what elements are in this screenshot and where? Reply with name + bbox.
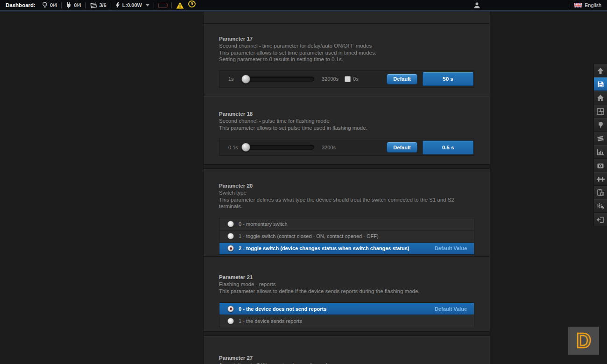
radio-icon[interactable] xyxy=(227,233,234,239)
option-label: 1 - the device sends reports xyxy=(239,318,302,324)
blinds-status[interactable]: 3/6 xyxy=(90,2,106,8)
dashboard-title: Dashboard: xyxy=(6,2,35,8)
parameter-17-value[interactable]: 50 s xyxy=(423,72,473,86)
parameter-title: Parameter 17 xyxy=(219,35,474,42)
option-sends-reports[interactable]: 1 - the device sends reports xyxy=(219,315,474,327)
option-momentary-switch[interactable]: 0 - momentary switch xyxy=(219,218,474,230)
separator xyxy=(85,2,86,8)
parameter-description: Setting parameter to 0 results in settin… xyxy=(219,56,474,63)
scroll-top-button[interactable] xyxy=(594,64,607,77)
parameter-17-slider[interactable] xyxy=(242,77,314,82)
chevron-down-icon xyxy=(146,4,149,7)
parameter-18-slider-row: 0.1s 3200s Default 0.5 s xyxy=(219,139,474,156)
radio-icon[interactable] xyxy=(227,318,234,324)
zero-seconds-group: 0s xyxy=(345,76,359,82)
separator xyxy=(171,2,172,8)
option-label: 2 - toggle switch (device changes status… xyxy=(239,245,409,251)
log-chart-button[interactable] xyxy=(594,145,607,159)
parameter-title: Parameter 18 xyxy=(219,111,474,118)
parameter-description: This parameter allows to set pulse time … xyxy=(219,125,474,132)
previous-section-remainder xyxy=(204,12,490,23)
slider-max-label: 3200s xyxy=(322,145,336,150)
parameter-subtitle: Second channel - time parameter for dela… xyxy=(219,42,474,49)
slider-min-label: 1s xyxy=(228,76,242,82)
uk-flag-icon xyxy=(574,3,582,7)
parameter-title: Parameter 20 xyxy=(219,182,474,189)
location-pin-icon xyxy=(598,121,604,129)
default-value-badge: Default Value xyxy=(435,306,467,312)
camera-button[interactable] xyxy=(594,159,607,172)
section-divider-thick xyxy=(204,331,490,336)
default-button[interactable]: Default xyxy=(387,142,417,153)
slider-min-label: 0.1s xyxy=(228,145,242,150)
parameter-20-section: Parameter 20 Switch type This parameter … xyxy=(204,169,490,256)
parameter-18-slider[interactable] xyxy=(242,145,314,150)
topbar-accent xyxy=(0,10,607,12)
sockets-count: 0/4 xyxy=(74,2,81,8)
power-usage-dropdown[interactable]: L:0.00W xyxy=(115,2,149,8)
camera-icon xyxy=(597,162,604,169)
topbar: Dashboard: 0/4 0/4 3/6 xyxy=(0,0,607,10)
option-label: 0 - the device does not send reports xyxy=(239,306,326,312)
add-hardware-button[interactable] xyxy=(594,172,607,186)
blinds-icon xyxy=(90,2,97,8)
parameter-description: This parameter allows to define if the d… xyxy=(219,288,474,295)
battery-icon[interactable] xyxy=(158,3,167,8)
chart-icon xyxy=(597,149,604,155)
parameter-title: Parameter 27 xyxy=(219,355,474,362)
option-no-reports-selected[interactable]: 0 - the device does not send reports Def… xyxy=(219,303,474,315)
parameter-subtitle: Switch type xyxy=(219,189,474,196)
lightning-icon xyxy=(115,2,120,8)
logout-icon xyxy=(597,217,604,223)
lights-status[interactable]: 0/4 xyxy=(42,2,57,8)
zero-seconds-checkbox[interactable] xyxy=(345,76,351,82)
device-parameters-panel: Parameter 17 Second channel - time param… xyxy=(203,12,490,364)
plus-plus-icon xyxy=(597,176,605,182)
sockets-status[interactable]: 0/4 xyxy=(66,2,81,8)
logout-button[interactable] xyxy=(594,213,607,226)
parameter-subtitle: Flashing mode - reports xyxy=(219,281,474,288)
floorplan-icon xyxy=(597,108,604,115)
option-label: 0 - momentary switch xyxy=(239,221,288,227)
slider-knob[interactable] xyxy=(241,143,250,152)
bulb-icon xyxy=(42,2,48,8)
zero-seconds-label: 0s xyxy=(353,76,359,82)
logo-letter: D xyxy=(576,330,591,351)
dashboard-button[interactable] xyxy=(594,91,607,105)
parameter-21-options: 0 - the device does not send reports Def… xyxy=(219,302,474,327)
separator xyxy=(154,2,154,8)
radio-checked-icon[interactable] xyxy=(227,245,234,252)
lights-count: 0/4 xyxy=(50,2,57,8)
location-button[interactable] xyxy=(594,118,607,132)
floorplan-button[interactable] xyxy=(594,105,607,118)
parameter-18-section: Parameter 18 Second channel - pulse time… xyxy=(204,96,490,164)
power-value: L:0.00W xyxy=(122,2,142,8)
option-toggle-switch-1[interactable]: 1 - toggle switch (contact closed - ON, … xyxy=(219,230,474,242)
save-button[interactable] xyxy=(594,77,607,91)
language-selector[interactable]: English xyxy=(574,2,601,8)
section-divider-thick xyxy=(204,164,490,169)
parameter-21-section: Parameter 21 Flashing mode - reports Thi… xyxy=(204,257,490,331)
parameter-18-value[interactable]: 0.5 s xyxy=(423,140,473,154)
arrow-up-icon xyxy=(597,67,604,74)
blinds-icon xyxy=(597,135,604,142)
tool-sidebar xyxy=(593,64,607,226)
option-toggle-switch-2-selected[interactable]: 2 - toggle switch (device changes status… xyxy=(219,242,474,254)
slider-max-label: 32000s xyxy=(322,76,339,82)
parameter-20-options: 0 - momentary switch 1 - toggle switch (… xyxy=(219,218,474,255)
blinds-button[interactable] xyxy=(594,132,607,145)
parameter-description: This parameter defines as what type the … xyxy=(219,196,474,210)
slider-knob[interactable] xyxy=(241,75,250,84)
separator xyxy=(61,2,62,8)
radio-icon[interactable] xyxy=(227,221,234,227)
separator xyxy=(111,2,111,8)
parameter-17-slider-row: 1s 32000s 0s Default 50 s xyxy=(219,70,474,88)
alerts-status[interactable]: 9 xyxy=(176,2,196,9)
home-icon xyxy=(597,94,604,101)
parameter-subtitle: Associations in Z-Wave network security … xyxy=(219,362,474,364)
radio-checked-icon[interactable] xyxy=(227,306,234,312)
events-button[interactable] xyxy=(594,186,607,199)
default-button[interactable]: Default xyxy=(387,74,417,84)
user-icon[interactable] xyxy=(473,2,480,9)
setup-button[interactable] xyxy=(594,199,607,213)
